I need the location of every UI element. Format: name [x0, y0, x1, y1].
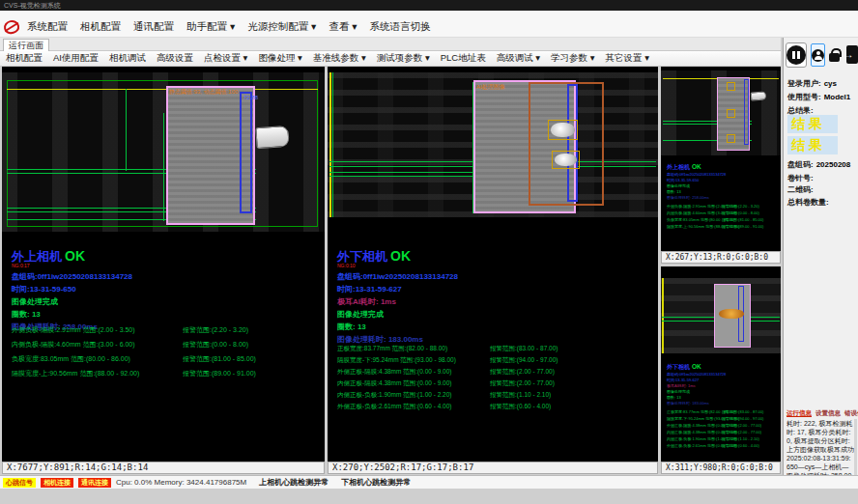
measurement-value: 外侧正极-负极:2.61mm 范围:(0.60 - 4.00) [667, 443, 722, 448]
thumbnail-panel-upper[interactable]: 外上相机OK 盘组码:0ff1iw20250208133134728 时间:13… [661, 67, 781, 251]
menu-item[interactable]: 查看 ▾ [329, 20, 357, 34]
toolbar-button[interactable]: 其它设置 ▾ [606, 52, 649, 65]
ai-detect-box [529, 82, 604, 206]
log-tabs: 运行信息 设置信息 错误信息 [786, 409, 858, 418]
electrode-tab [255, 126, 289, 149]
tab-run-screen[interactable]: 运行画面 [3, 39, 49, 51]
camera-panel-upper[interactable]: 静态阈值:93, 动态阈值:100 72.88 外上相机OK NG:0:17 盘… [2, 67, 325, 462]
toolbar-button[interactable]: 基准线参数 ▾ [313, 52, 366, 65]
camera-result-title: 外上相机OK [667, 163, 701, 172]
menu-item[interactable]: 通讯配置 [133, 20, 174, 34]
measurement-alarm-range: 报警范围:(83.00 - 87.00) [490, 345, 558, 353]
time-line: 时间:13-31-59-627 [667, 378, 699, 382]
batch-code-line: 盘组码:0ff1iw20250208133134728 [667, 372, 726, 377]
process-time-line: 图像处理耗时: 183.00ms [667, 401, 709, 406]
toolbar-button[interactable]: 高级调试 ▾ [497, 52, 540, 65]
toolbar-button[interactable]: 学习参数 ▾ [551, 52, 594, 65]
menu-item[interactable]: 光源控制配置 ▾ [247, 20, 316, 34]
measurement-row: 正极宽度:83.77mm 范围:(82.00 - 88.00) 报警范围:(83… [337, 345, 654, 356]
pause-button[interactable] [786, 42, 807, 68]
coords-readout-upper: X:7677;Y:891;R:14;G:14;B:14 [2, 462, 325, 474]
thumbnail-image-upper[interactable] [661, 70, 781, 155]
toolbar-button[interactable]: PLC地址表 [441, 52, 486, 65]
field-label: 盘组码: [787, 160, 814, 169]
baseline-yellow [7, 89, 318, 90]
field-label: 卷针号: [787, 174, 814, 182]
measurement-value: 外侧正极-隔膜:4.38mm 范围:(0.00 - 9.00) [667, 423, 722, 428]
measurement-alarm-range: 报警范围:(89.00 - 91.00) [722, 224, 763, 229]
field-value: 20250208 [816, 160, 851, 169]
measurement-alarm-range: 报警范围:(0.00 - 8.00) [722, 210, 759, 215]
toolbar-button[interactable]: 点检设置 ▾ [204, 52, 247, 65]
turns-line: 圈数: 13 [337, 322, 366, 332]
camera-name: 外下相机 [337, 249, 387, 264]
user-icon [812, 49, 824, 62]
menu-bar: 系统配置相机配置通讯配置助手配置 ▾光源控制配置 ▾查看 ▾系统语言切换 [0, 11, 858, 38]
toolbar-button[interactable]: 高级设置 [157, 52, 193, 65]
toolbar-button[interactable]: 图像处理 ▾ [258, 52, 301, 65]
model-label: 使用型号: [787, 93, 821, 101]
baseline-yellow [329, 72, 331, 217]
camera-image-upper[interactable]: 静态阈值:93, 动态阈值:100 72.88 [2, 72, 325, 232]
field-row: 总料卷数量: [787, 197, 832, 208]
measurement-value: 隔膜宽度-下:95.24mm 范围:(93.00 - 98.00) [667, 416, 722, 421]
time-line: 时间:13-31-59-650 [667, 178, 699, 182]
login-user-row: 登录用户:cys [787, 78, 837, 89]
ng-counter: NG:0:17 [12, 263, 30, 268]
thumbnail-panel-lower[interactable]: 外下相机OK 盘组码:0ff1iw20250208133134728 时间:13… [661, 266, 781, 462]
measurement-value: 正极宽度:83.77mm 范围:(82.00 - 88.00) [337, 345, 490, 353]
tab-mark-box [727, 109, 735, 118]
measurement-row: 内侧负极-隔膜:4.60mm 范围:(3.00 - 6.00) 报警范围:(0.… [12, 340, 321, 354]
tab-mark-box [548, 120, 578, 140]
turns-line: 圈数: 13 [12, 309, 41, 320]
camera-image-lower[interactable]: AI处理图像 [328, 72, 658, 217]
toolbar-button[interactable]: 测试项参数 ▾ [377, 52, 430, 65]
menu-item[interactable]: 系统语言切换 [370, 20, 431, 34]
camera-status-ok: OK [65, 248, 85, 264]
coords-readout-thumb-lower: X:311;Y:980;R:0;G:0;B:0 [661, 462, 781, 474]
measurement-value: 内侧正极-负极:1.90mm 范围:(1.00 - 2.20) [337, 391, 490, 400]
camera-result-title: 外下相机OK [667, 363, 701, 372]
log-tab-error-info[interactable]: 错误信息 [844, 409, 858, 418]
toolbar-button[interactable]: AI使用配置 [53, 52, 99, 65]
measurement-row: 隔膜宽度-上:90.56mm 范围:(88.00 - 92.00) 报警范围:(… [12, 369, 321, 383]
field-row: 二维码: [787, 184, 816, 195]
process-done-line: 图像处理完成 [337, 309, 384, 320]
menu-item[interactable]: 系统配置 [27, 20, 68, 34]
log-tab-settings-info[interactable]: 设置信息 [815, 409, 841, 418]
measurement-alarm-range: 报警范围:(2.00 - 77.00) [490, 368, 555, 377]
application-window: CVS-视觉检测系统 系统配置相机配置通讯配置助手配置 ▾光源控制配置 ▾查看 … [0, 0, 858, 504]
login-user-value: cys [824, 79, 837, 88]
measurement-row: 正极宽度:83.77mm 范围:(82.00 - 88.00) 报警范围:(83… [667, 409, 777, 416]
field-label: 总料卷数量: [787, 198, 829, 207]
measurement-alarm-range: 报警范围:(1.10 - 2.10) [490, 391, 551, 400]
measurement-alarm-range: 报警范围:(0.60 - 4.00) [722, 443, 759, 448]
menu-item[interactable]: 相机配置 [80, 20, 121, 34]
user-login-button[interactable] [811, 43, 825, 67]
measurement-alarm-range: 报警范围:(2.20 - 3.20) [722, 204, 759, 209]
exit-button[interactable] [844, 44, 857, 66]
measurement-alarm-range: 报警范围:(0.00 - 8.00) [183, 340, 248, 350]
measurement-value: 内侧正极-负极:1.90mm 范围:(1.00 - 2.20) [667, 436, 722, 441]
measurement-row: 负极宽度:83.05mm 范围:(80.00 - 86.00) 报警范围:(81… [12, 354, 321, 369]
measurement-alarm-range: 报警范围:(1.10 - 2.10) [722, 436, 759, 441]
measurement-value: 负极宽度:83.05mm 范围:(80.00 - 86.00) [12, 354, 183, 364]
log-tab-run-info[interactable]: 运行信息 [786, 409, 812, 418]
measurement-row: 内侧负极-隔膜:4.60mm 范围:(3.00 - 6.00) 报警范围:(0.… [667, 210, 777, 217]
thumbnail-image-lower[interactable] [661, 278, 781, 353]
camera-panel-lower[interactable]: AI处理图像 外下相机OK NG:0:10 盘组码:0ff1iw20250208… [328, 67, 658, 462]
camera-name: 外上相机 [667, 164, 690, 170]
toolbar-button[interactable]: 相机配置 [6, 52, 43, 65]
measurement-value: 外侧正极-负极:2.61mm 范围:(0.60 - 4.00) [337, 403, 490, 411]
camera-status-ok: OK [692, 363, 701, 370]
measurement-row: 外侧负极-隔膜:2.91mm 范围:(2.00 - 3.50) 报警范围:(2.… [12, 325, 321, 340]
electrode-tab [751, 91, 767, 100]
menu-item[interactable]: 助手配置 ▾ [186, 20, 235, 34]
lock-button[interactable] [829, 45, 840, 65]
measurement-alarm-range: 报警范围:(94.00 - 97.00) [490, 356, 558, 365]
turns-line: 圈数: 13 [667, 189, 681, 194]
process-time-line: 图像处理耗时: 183.00ms [337, 334, 423, 345]
toolbar-button[interactable]: 相机调试 [109, 52, 146, 65]
window-title: CVS-视觉检测系统 [0, 0, 858, 11]
ai-highlight [719, 309, 744, 319]
